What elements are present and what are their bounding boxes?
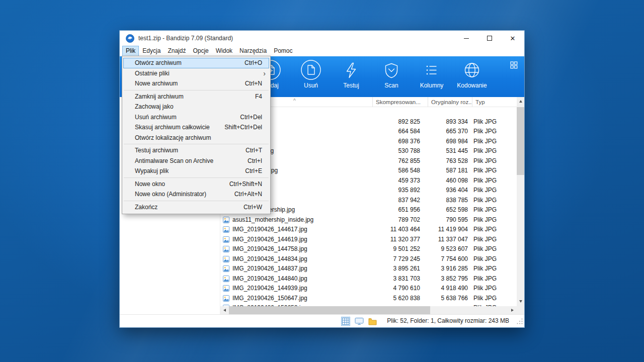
file-type: Plik JPG (473, 235, 517, 245)
column-header-compressed[interactable]: Skompresowan... (372, 97, 428, 107)
file-menu-dropdown: Otwórz archiwum Ctrl+O › Ostatnie pliki … (122, 56, 271, 214)
file-menu-item[interactable]: Wypakuj plik Ctrl+E › (123, 166, 269, 176)
file-row[interactable]: IMG_20190426_144619.jpg 11 320 377 11 33… (220, 235, 517, 245)
file-original-size: 698 984 (420, 137, 468, 147)
archive-comment-icon[interactable] (368, 318, 377, 325)
file-name: IMG_20190426_144939.jpg (232, 284, 307, 294)
file-name: asus11_mothership_inside.jpg (232, 215, 313, 225)
menu-item-shortcut: Ctrl+T (246, 147, 262, 154)
file-menu-item[interactable]: › (124, 90, 269, 90)
file-row[interactable]: IMG_20190426_144617.jpg 11 403 464 11 41… (220, 225, 517, 235)
file-row[interactable]: IMG_20190426_150647.jpg 5 620 838 5 638 … (220, 294, 517, 304)
file-menu-item[interactable]: Otwórz lokalizację archiwum › (123, 133, 269, 143)
file-menu-item[interactable]: › (124, 201, 269, 201)
file-menu-item[interactable]: Zamknij archiwum F4 › (123, 92, 269, 102)
scroll-right-button[interactable] (508, 306, 517, 314)
details-view-toggle-icon[interactable] (341, 317, 350, 326)
toolbar-encoding-button[interactable]: Kodowanie (452, 56, 492, 97)
toolbar-test-button[interactable]: Testuj (331, 56, 371, 97)
maximize-button[interactable] (478, 31, 501, 46)
file-compressed-size: 11 403 464 (372, 225, 420, 235)
delete-file-icon (300, 59, 322, 81)
file-compressed-size: 7 729 245 (372, 254, 420, 264)
menu-item-label: Usuń archiwum (135, 114, 177, 121)
window-controls: ✕ (455, 31, 524, 46)
file-compressed-size: 3 895 261 (372, 264, 420, 274)
close-button[interactable]: ✕ (501, 31, 524, 46)
file-menu-item[interactable]: Ostatnie pliki › (123, 68, 269, 79)
vertical-scrollbar-thumb[interactable] (517, 107, 524, 175)
toolbar-delete-label: Usuń (304, 82, 318, 89)
file-original-size: 936 404 (420, 186, 468, 196)
file-type: Plik JPG (473, 225, 517, 235)
toolbar-columns-button[interactable]: Kolumny (412, 56, 452, 97)
file-menu-item[interactable]: Zakończ Ctrl+W › (123, 202, 269, 213)
file-original-size: 460 098 (420, 176, 468, 186)
file-menu-item[interactable]: Antimalware Scan on Archive Ctrl+I › (123, 156, 269, 166)
menu-item-shortcut: F4 (255, 93, 262, 100)
file-row[interactable]: IMG_20190426_144840.jpg 3 831 703 3 852 … (220, 274, 517, 284)
file-type: Plik JPG (473, 156, 517, 166)
toolbar-delete-button[interactable]: Usuń (291, 56, 331, 97)
file-name: IMG_20190426_150647.jpg (232, 294, 307, 304)
file-compressed-size: 892 825 (372, 117, 420, 127)
jpg-file-icon (223, 295, 229, 302)
file-menu-item[interactable]: › (124, 177, 269, 178)
menu-item-shortcut: Ctrl+N (245, 80, 262, 87)
file-compressed-size: 586 548 (372, 166, 420, 176)
file-menu-item[interactable]: Zachowaj jako › (123, 102, 269, 112)
jpg-file-icon (223, 217, 229, 223)
close-icon: ✕ (510, 35, 516, 42)
file-original-size: 4 918 490 (420, 284, 468, 294)
file-menu-item[interactable]: Nowe okno (Administrator) Ctrl+Alt+N › (123, 189, 269, 200)
menubar-item[interactable]: Narzędzia (236, 46, 270, 56)
file-name-cell: asus11_mothership_inside.jpg (220, 215, 372, 225)
titlebar[interactable]: test1.zip - Bandizip 7.09 (Standard) ✕ (120, 31, 524, 46)
scrollbar-corner (517, 306, 524, 314)
file-menu-item[interactable]: Usuń archiwum Ctrl+Del › (123, 112, 269, 123)
file-compressed-size: 5 620 838 (372, 294, 420, 304)
scroll-left-icon (223, 309, 226, 312)
file-menu-item[interactable]: Nowe okno Ctrl+Shift+N › (123, 179, 269, 190)
menu-item-label: Nowe archiwum (135, 80, 178, 87)
file-menu-item[interactable]: › (124, 144, 269, 144)
scroll-left-button[interactable] (220, 306, 229, 314)
file-row[interactable]: IMG_20190426_144939.jpg 4 790 610 4 918 … (220, 284, 517, 294)
menubar-item[interactable]: Widok (212, 46, 236, 56)
scroll-down-icon (519, 300, 522, 303)
file-row[interactable]: IMG_20190426_144834.jpg 7 729 245 7 754 … (220, 254, 517, 264)
file-row[interactable]: IMG_20190426_144758.jpg 9 501 252 9 523 … (220, 244, 517, 254)
file-menu-item[interactable]: Skasuj archiwum całkowicie Shift+Ctrl+De… (123, 122, 269, 133)
file-menu-item[interactable]: Nowe archiwum Ctrl+N › (123, 78, 269, 89)
vertical-scrollbar[interactable] (517, 97, 524, 306)
toolbar-scan-button[interactable]: Scan (371, 56, 412, 97)
horizontal-scrollbar[interactable] (220, 306, 517, 314)
minimize-button[interactable] (455, 31, 478, 46)
scroll-down-button[interactable] (517, 297, 524, 306)
menubar-item[interactable]: Opcje (189, 46, 212, 56)
column-header-type[interactable]: Typ (472, 97, 517, 107)
file-type: Plik JPG (473, 274, 517, 284)
menubar-item[interactable]: Plik (122, 46, 139, 56)
file-compressed-size (372, 107, 420, 117)
menubar: Plik Edycja Znajdź Opcje Widok Narzędzia… (120, 46, 524, 56)
menubar-item[interactable]: Znajdź (164, 46, 189, 56)
view-layout-icon[interactable] (510, 61, 518, 69)
menubar-item[interactable]: Pomoc (270, 46, 296, 56)
resize-grip[interactable] (517, 318, 523, 326)
file-name-cell: IMG_20190426_144758.jpg (220, 244, 372, 254)
file-row[interactable]: IMG_20190426_144837.jpg 3 895 261 3 916 … (220, 264, 517, 274)
lightning-icon (340, 59, 362, 81)
preview-pane-icon[interactable] (355, 317, 364, 325)
file-menu-item[interactable]: Otwórz archiwum Ctrl+O › (123, 58, 269, 68)
file-type: Plik JPG (473, 166, 517, 176)
menubar-item[interactable]: Edycja (139, 46, 164, 56)
file-menu-item[interactable]: Testuj archiwum Ctrl+T › (123, 145, 269, 156)
scroll-up-button[interactable] (517, 97, 524, 106)
file-row[interactable]: asus11_mothership_inside.jpg 789 702 790… (220, 215, 517, 225)
file-name: IMG_20190426_144834.jpg (232, 254, 307, 264)
file-original-size: 790 595 (420, 215, 468, 225)
file-type: Plik JPG (473, 205, 517, 215)
column-header-original[interactable]: Oryginalny roz... (428, 97, 472, 107)
horizontal-scrollbar-thumb[interactable] (229, 306, 430, 314)
